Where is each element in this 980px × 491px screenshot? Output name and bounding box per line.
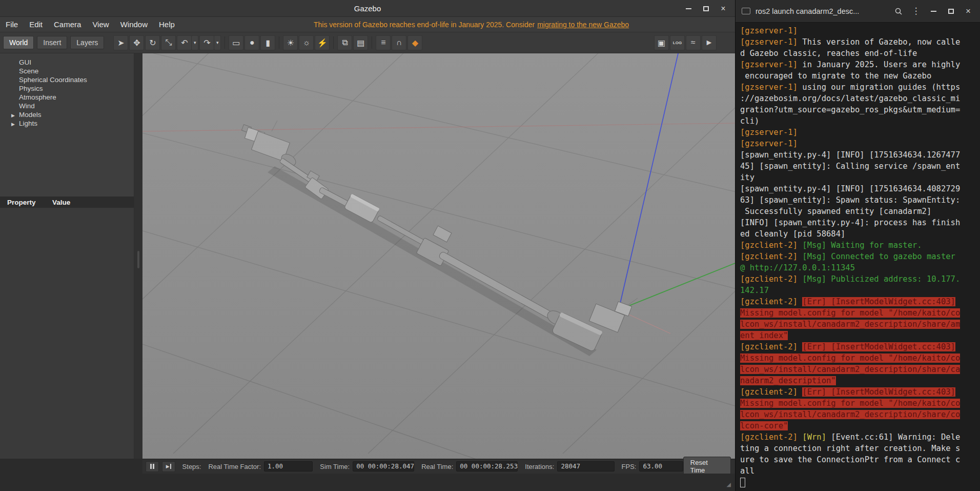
- screenshot-button[interactable]: ▣: [654, 35, 669, 50]
- insert-sphere-button[interactable]: ●: [244, 35, 259, 50]
- tree-item-lights[interactable]: ▶Lights: [0, 119, 134, 128]
- expand-arrow-icon[interactable]: ▶: [11, 111, 17, 120]
- minimize-icon: [686, 8, 691, 9]
- paste-button[interactable]: ▤: [353, 35, 368, 50]
- menu-edit[interactable]: Edit: [24, 17, 48, 32]
- terminal-text-segment: lcon_ws/install/canadarm2_description/sh…: [740, 410, 960, 419]
- splitter-grip[interactable]: [137, 251, 139, 268]
- tab-world[interactable]: World: [3, 36, 34, 49]
- terminal-line: [gzclient-2] [Msg] Waiting for master.: [740, 240, 980, 251]
- translate-tool-icon[interactable]: ✥: [129, 35, 144, 50]
- spot-light-button[interactable]: ☼: [299, 35, 314, 50]
- terminal-minimize-button[interactable]: [925, 4, 942, 19]
- pause-button[interactable]: [146, 461, 159, 472]
- terminal-text-segment: [798, 433, 802, 442]
- terminal-text-segment: [gzserver-1]: [740, 139, 798, 148]
- directional-light-button[interactable]: ⚡: [315, 35, 330, 50]
- gazebo-titlebar[interactable]: Gazebo ×: [0, 0, 735, 17]
- tree-item-atmosphere[interactable]: Atmosphere: [0, 93, 134, 102]
- tree-item-physics[interactable]: Physics: [0, 84, 134, 93]
- redo-button[interactable]: ↷: [199, 35, 214, 50]
- menu-help[interactable]: Help: [153, 17, 180, 32]
- resize-grip[interactable]: ◢: [727, 481, 731, 488]
- menu-view[interactable]: View: [87, 17, 114, 32]
- real-time-field[interactable]: 00 00:00:28.253: [456, 461, 518, 472]
- point-light-button[interactable]: ☀: [283, 35, 298, 50]
- close-button[interactable]: ×: [714, 2, 732, 15]
- panel-tabs-row: World Insert Layers ➤✥↻⤡↶▾↷▾▭●▮☀☼⚡⧉▤≡∩◆ …: [0, 32, 735, 53]
- sim-time-field[interactable]: 00 00:00:28.047: [353, 461, 414, 472]
- terminal-line: Missing model.config for model "/home/ka…: [740, 352, 980, 364]
- terminal-text-segment: [spawn_entity.py-4] [INFO] [1751634634.1…: [740, 150, 960, 160]
- undo-button[interactable]: ↶: [177, 35, 192, 50]
- step-icon: ▶: [166, 464, 171, 469]
- property-table-header: Property Value: [0, 197, 134, 208]
- snap-button[interactable]: ∩: [392, 35, 406, 50]
- terminal-text-segment: Missing model.config for model "/home/ka…: [740, 353, 960, 363]
- copy-button[interactable]: ⧉: [337, 35, 352, 50]
- iterations-field[interactable]: 28047: [557, 461, 614, 472]
- terminal-line: [gzserver-1] This version of Gazebo, now…: [740, 36, 980, 48]
- terminal-text-segment: lcon_ws/install/canadarm2_description/sh…: [740, 320, 960, 329]
- expand-arrow-icon[interactable]: ▶: [11, 120, 17, 129]
- tab-insert[interactable]: Insert: [37, 36, 67, 49]
- terminal-prompt-line: [740, 477, 980, 488]
- terminal-output[interactable]: [gzserver-1][gzserver-1] This version of…: [736, 23, 980, 491]
- tree-item-models[interactable]: ▶Models: [0, 110, 134, 119]
- panel-splitter[interactable]: [134, 53, 142, 459]
- terminal-maximize-button[interactable]: [942, 4, 959, 19]
- tab-layers[interactable]: Layers: [70, 36, 104, 49]
- terminal-text-segment: [Err] [InsertModelWidget.cc:403]: [802, 342, 955, 351]
- search-button[interactable]: [890, 4, 907, 19]
- minimize-button[interactable]: [680, 2, 697, 15]
- terminal-text-segment: ure to save the ConnectionPtr from a Con…: [740, 455, 960, 464]
- maximize-icon: [703, 6, 709, 11]
- log-button[interactable]: LOG: [670, 35, 685, 50]
- redo-history-dropdown[interactable]: ▾: [214, 35, 221, 50]
- gazebo-menubar: File Edit Camera View Window Help This v…: [0, 17, 735, 32]
- terminal-line: [INFO] [spawn_entity.py-4]: process has …: [740, 217, 980, 228]
- viewport-shading: [142, 53, 735, 459]
- terminal-line: [gzclient-2] [Err] [InsertModelWidget.cc…: [740, 341, 980, 352]
- menu-file[interactable]: File: [0, 17, 24, 32]
- terminal-close-button[interactable]: ×: [959, 4, 977, 19]
- gazebo-window: Gazebo × File Edit Camera View Window He…: [0, 0, 735, 491]
- terminal-text-segment: [gzclient-2]: [740, 274, 798, 284]
- undo-history-dropdown[interactable]: ▾: [192, 35, 198, 50]
- rotate-tool-icon[interactable]: ↻: [145, 35, 160, 50]
- step-button[interactable]: ▶: [162, 461, 175, 472]
- toolbar-separator: [333, 36, 334, 49]
- change-view-button[interactable]: ◆: [407, 35, 422, 50]
- record-button[interactable]: ►: [702, 35, 717, 50]
- 3d-viewport[interactable]: [142, 53, 735, 459]
- tree-item-scene[interactable]: Scene: [0, 67, 134, 75]
- terminal-text-segment: [Event.cc:61] Warning: Dele: [826, 433, 960, 442]
- fps-field[interactable]: 63.00: [639, 461, 683, 472]
- terminal-text-segment: [Err] [InsertModelWidget.cc:403]: [802, 387, 955, 397]
- terminal-text-segment: 142.17: [740, 286, 769, 295]
- terminal-line: 63] [spawn_entity]: Spawn status: SpawnE…: [740, 194, 980, 206]
- terminal-text-segment: [gzserver-1]: [740, 83, 798, 92]
- window-controls: ×: [680, 0, 732, 17]
- scale-tool-icon[interactable]: ⤡: [161, 35, 176, 50]
- rtf-field[interactable]: 1.00: [264, 461, 313, 472]
- select-tool-icon[interactable]: ➤: [113, 35, 128, 50]
- menu-button[interactable]: ⋮: [907, 4, 925, 19]
- tree-item-wind[interactable]: Wind: [0, 102, 134, 110]
- insert-box-button[interactable]: ▭: [229, 35, 243, 50]
- terminal-line: [spawn_entity.py-4] [INFO] [1751634634.4…: [740, 183, 980, 194]
- terminal-titlebar[interactable]: ros2 launch canadarm2_desc... ⋮ ×: [736, 0, 980, 23]
- tree-item-spherical-coordinates[interactable]: Spherical Coordinates: [0, 75, 134, 84]
- terminal-actions: ⋮ ×: [890, 4, 977, 19]
- insert-cylinder-button[interactable]: ▮: [260, 35, 275, 50]
- terminal-text-segment: [gzserver-1]: [740, 37, 798, 47]
- plot-button[interactable]: ≈: [686, 35, 701, 50]
- menu-window[interactable]: Window: [115, 17, 153, 32]
- menu-camera[interactable]: Camera: [48, 17, 87, 32]
- tree-item-gui[interactable]: GUI: [0, 58, 134, 67]
- eol-migrate-link[interactable]: migrating to the new Gazebo: [537, 21, 629, 29]
- maximize-button[interactable]: [697, 2, 714, 15]
- align-button[interactable]: ≡: [376, 35, 391, 50]
- terminal-text-segment: cli): [740, 116, 759, 126]
- terminal-line: cli): [740, 115, 980, 127]
